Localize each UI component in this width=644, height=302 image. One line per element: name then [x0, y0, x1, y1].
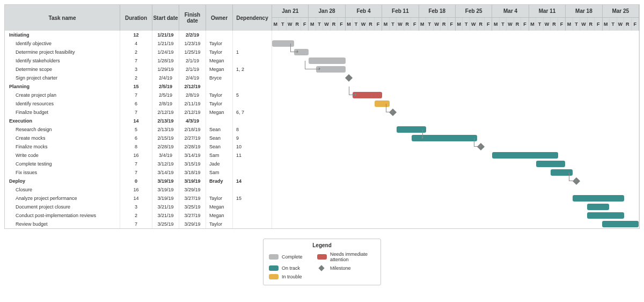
col-start-header: Start date [152, 5, 179, 31]
weekday-label: W [323, 18, 330, 31]
weekday-label: T [463, 18, 470, 31]
data-cell: 2/11/19 [179, 99, 206, 108]
gantt-bar[interactable] [573, 195, 624, 202]
week-label: Feb 25 [456, 5, 492, 18]
data-cell: 7 [120, 160, 152, 168]
data-cell [233, 211, 272, 220]
data-cell: 2/1/19 [179, 65, 206, 74]
milestone-icon[interactable] [389, 109, 397, 116]
data-cell: 3/19/19 [179, 177, 206, 185]
gantt-bar[interactable] [492, 152, 558, 159]
data-cell: 8 [233, 125, 272, 134]
data-cell: 5 [120, 125, 152, 134]
data-cell: 2/28/19 [152, 142, 179, 151]
weekday-group: MTWRF [492, 18, 529, 31]
data-cell: 2/15/19 [152, 134, 179, 142]
data-cell: 1/23/19 [179, 39, 206, 48]
col-dependency-header: Dependency [233, 5, 272, 31]
legend-swatch-milestone [318, 265, 324, 271]
data-cell: 3/19/19 [152, 185, 179, 194]
milestone-icon[interactable] [345, 74, 353, 82]
col-task-header: Task name [5, 5, 120, 31]
data-cell: 6, 7 [233, 108, 272, 117]
task-name-cell: Conduct post-implementation reviews [5, 211, 120, 220]
data-cell: 2/5/19 [152, 82, 179, 91]
task-name-cell: Finalize mocks [5, 142, 120, 151]
gantt-bar[interactable] [309, 57, 345, 64]
weekday-label: M [272, 18, 279, 31]
data-cell: 2/1/19 [179, 56, 206, 65]
legend-grid: Complete Needs immediate attention On tr… [269, 251, 375, 279]
weekday-label: F [411, 18, 418, 31]
task-name-cell: Finalize budget [5, 108, 120, 117]
milestone-icon[interactable] [573, 177, 580, 185]
gantt-bar-area [272, 39, 639, 48]
weekday-label: R [477, 18, 484, 31]
weekday-label: M [603, 18, 610, 31]
data-cell [233, 168, 272, 177]
weekday-label: M [309, 18, 316, 31]
legend-title: Legend [269, 242, 375, 248]
weekday-label: R [331, 18, 338, 31]
week-label: Feb 18 [419, 5, 456, 18]
data-cell: 3/14/19 [152, 168, 179, 177]
data-cell: Sam [206, 151, 233, 160]
gantt-bar[interactable] [294, 49, 309, 55]
gantt-bar[interactable] [536, 161, 566, 167]
data-cell: 6 [120, 134, 152, 142]
data-cell [233, 185, 272, 194]
data-cell [233, 39, 272, 48]
gantt-bar[interactable] [316, 66, 346, 73]
weekday-label: W [617, 18, 624, 31]
weekday-label: R [588, 18, 595, 31]
data-cell: 15 [120, 82, 152, 91]
data-cell: 2/2/19 [179, 31, 206, 39]
weekday-label: M [566, 18, 573, 31]
task-name-cell: Determine scope [5, 65, 120, 74]
data-cell: 3/18/19 [179, 168, 206, 177]
gantt-bar[interactable] [353, 92, 382, 98]
weekday-group: MTWRF [419, 18, 456, 31]
data-cell: 3/21/19 [152, 211, 179, 220]
data-cell: 1/28/19 [152, 56, 179, 65]
weekday-label: W [397, 18, 404, 31]
weekday-group: MTWRF [456, 18, 492, 31]
gantt-bar-area [272, 142, 639, 151]
weekday-label: F [485, 18, 492, 31]
gantt-bar[interactable] [272, 40, 294, 47]
gantt-bar[interactable] [397, 126, 426, 133]
gantt-bar[interactable] [375, 100, 389, 107]
gantt-bar-area [272, 151, 639, 160]
gantt-bar[interactable] [587, 212, 624, 219]
weekday-label: R [624, 18, 631, 31]
task-name-cell: Sign project charter [5, 74, 120, 82]
data-cell: Bryce [206, 74, 233, 82]
gantt-bar[interactable] [412, 135, 478, 141]
milestone-icon[interactable] [477, 143, 485, 150]
col-duration-header: Duration [120, 5, 152, 31]
weekday-label: R [367, 18, 374, 31]
data-cell: 14 [120, 194, 152, 203]
data-cell: Megan [206, 56, 233, 65]
legend-label: In trouble [282, 274, 314, 279]
legend-label: Complete [282, 254, 314, 260]
data-cell: 1/24/19 [152, 48, 179, 56]
gantt-bar-area [272, 220, 639, 228]
weekday-label: T [610, 18, 617, 31]
weekday-label: W [287, 18, 294, 31]
weekday-group: MTWRF [309, 18, 345, 31]
data-cell: 12 [120, 31, 152, 39]
weekday-label: F [448, 18, 455, 31]
task-name-cell: Identify resources [5, 99, 120, 108]
data-cell: 0 [120, 177, 152, 185]
data-cell: 2/8/19 [152, 99, 179, 108]
gantt-bar[interactable] [551, 169, 573, 176]
gantt-bar[interactable] [587, 204, 609, 210]
task-name-cell: Identify objective [5, 39, 120, 48]
weekday-label: R [551, 18, 558, 31]
gantt-bar-area [272, 99, 639, 108]
data-cell: 4 [120, 39, 152, 48]
data-cell: 3/25/19 [179, 203, 206, 211]
gantt-bar[interactable] [602, 221, 639, 227]
weekday-label: R [514, 18, 521, 31]
